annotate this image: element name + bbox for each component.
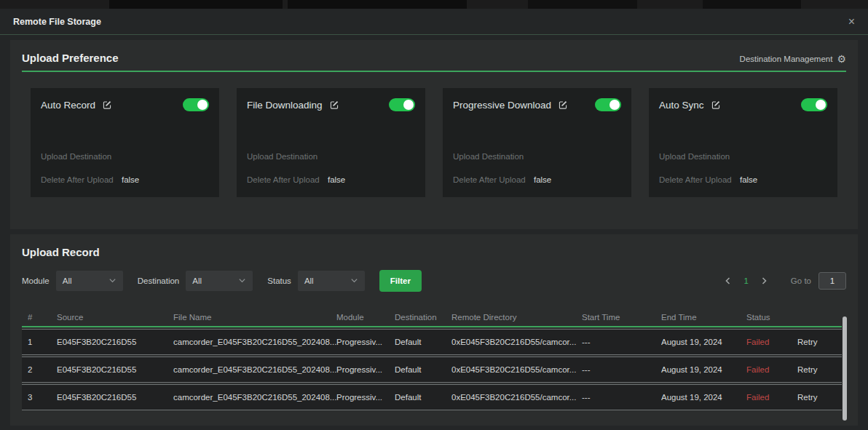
- col-start-time: Start Time: [582, 313, 661, 322]
- cell-file-name: camcorder_E045F3B20C216D55_202408...: [173, 393, 336, 402]
- card-progressive-download: Progressive Download Upload Destination: [443, 88, 631, 197]
- col-remote-directory: Remote Directory: [451, 313, 582, 322]
- preference-cards: Auto Record Upload Destination: [22, 88, 846, 197]
- toggle-on[interactable]: [183, 98, 209, 111]
- background-app-segment: [288, 0, 467, 9]
- filter-button[interactable]: Filter: [379, 270, 422, 292]
- status-badge: Failed: [746, 393, 797, 402]
- cell-start-time: ---: [582, 393, 661, 402]
- chevron-down-icon: [350, 274, 358, 287]
- table-scrollbar[interactable]: [843, 316, 847, 421]
- delete-after-upload-value: false: [328, 175, 345, 184]
- goto-label: Go to: [791, 276, 811, 285]
- cell-destination: Default: [395, 365, 451, 374]
- goto-page-input[interactable]: [818, 272, 846, 290]
- retry-button[interactable]: Retry: [797, 365, 842, 374]
- prev-page-icon[interactable]: [720, 273, 736, 289]
- destination-filter-select[interactable]: All: [186, 271, 253, 291]
- col-status: Status: [746, 313, 797, 322]
- table-row: 1 E045F3B20C216D55 camcorder_E045F3B20C2…: [22, 329, 842, 355]
- table-row: 3 E045F3B20C216D55 camcorder_E045F3B20C2…: [22, 384, 842, 410]
- cell-source: E045F3B20C216D55: [57, 338, 173, 346]
- close-icon[interactable]: ×: [848, 16, 855, 28]
- background-app-strip: [0, 0, 868, 9]
- next-page-icon[interactable]: [756, 273, 772, 289]
- cell-destination: Default: [395, 338, 451, 346]
- col-destination: Destination: [395, 313, 451, 322]
- destination-management-button[interactable]: Destination Management ⚙: [740, 54, 846, 64]
- cell-start-time: ---: [582, 365, 661, 374]
- delete-after-upload-label: Delete After Upload: [247, 175, 320, 184]
- filter-row: Module All Destination All Status All: [22, 270, 846, 292]
- card-title: File Downloading: [247, 100, 323, 111]
- cell-num: 3: [28, 393, 57, 402]
- card-auto-record: Auto Record Upload Destination: [31, 88, 219, 197]
- cell-end-time: August 19, 2024: [661, 365, 746, 374]
- table-header: # Source File Name Module Destination Re…: [22, 308, 842, 327]
- delete-after-upload-label: Delete After Upload: [659, 175, 732, 184]
- cell-remote-directory: 0xE045F3B20C216D55/camcor...: [451, 338, 582, 346]
- module-filter-select[interactable]: All: [56, 271, 123, 291]
- upload-preference-title: Upload Preference: [22, 52, 119, 64]
- cell-remote-directory: 0xE045F3B20C216D55/camcor...: [451, 393, 582, 402]
- cell-module: Progressiv...: [336, 338, 395, 346]
- cell-source: E045F3B20C216D55: [57, 393, 173, 402]
- delete-after-upload-value: false: [122, 175, 139, 184]
- edit-icon[interactable]: [329, 100, 339, 110]
- upload-destination-label: Upload Destination: [453, 152, 524, 161]
- delete-after-upload-value: false: [534, 175, 551, 184]
- upload-preference-header: Upload Preference Destination Management…: [22, 52, 846, 72]
- card-title: Progressive Download: [453, 100, 551, 111]
- delete-after-upload-value: false: [740, 175, 757, 184]
- cell-destination: Default: [395, 393, 451, 402]
- col-module: Module: [336, 313, 395, 322]
- delete-after-upload-label: Delete After Upload: [41, 175, 114, 184]
- remote-file-storage-modal: Remote File Storage × Upload Preference …: [0, 9, 868, 430]
- cell-end-time: August 19, 2024: [661, 393, 746, 402]
- destination-filter-value: All: [192, 276, 202, 285]
- table-row: 2 E045F3B20C216D55 camcorder_E045F3B20C2…: [22, 357, 842, 383]
- gear-icon: ⚙: [837, 54, 846, 64]
- modal-titlebar: Remote File Storage ×: [0, 9, 868, 35]
- toggle-knob: [197, 100, 208, 110]
- status-filter-label: Status: [267, 276, 291, 285]
- edit-icon[interactable]: [711, 100, 721, 110]
- card-title: Auto Sync: [659, 100, 704, 111]
- page: Remote File Storage × Upload Preference …: [0, 0, 868, 430]
- upload-destination-label: Upload Destination: [659, 152, 730, 161]
- status-filter-value: All: [304, 276, 314, 285]
- upload-preference-section: Upload Preference Destination Management…: [10, 40, 858, 229]
- cell-file-name: camcorder_E045F3B20C216D55_202408...: [173, 338, 336, 346]
- upload-record-section: Upload Record Module All Destination All: [10, 234, 858, 426]
- chevron-down-icon: [108, 274, 117, 287]
- card-file-downloading: File Downloading Upload Destination: [237, 88, 425, 197]
- cell-num: 1: [28, 338, 57, 346]
- edit-icon[interactable]: [558, 100, 568, 110]
- delete-after-upload-label: Delete After Upload: [453, 175, 526, 184]
- cell-module: Progressiv...: [336, 365, 395, 374]
- module-filter-value: All: [63, 276, 72, 285]
- edit-icon[interactable]: [102, 100, 112, 110]
- cell-end-time: August 19, 2024: [661, 338, 746, 346]
- modal-title: Remote File Storage: [13, 17, 101, 27]
- retry-button[interactable]: Retry: [797, 338, 842, 346]
- background-app-segment: [528, 0, 637, 9]
- col-num: #: [28, 313, 57, 322]
- toggle-on[interactable]: [801, 98, 827, 111]
- cell-remote-directory: 0xE045F3B20C216D55/camcor...: [451, 365, 582, 374]
- pagination: 1 Go to: [720, 272, 846, 290]
- card-title: Auto Record: [41, 100, 95, 111]
- cell-module: Progressiv...: [336, 393, 395, 402]
- status-filter-select[interactable]: All: [298, 271, 365, 291]
- status-badge: Failed: [746, 365, 797, 374]
- chevron-down-icon: [238, 274, 246, 287]
- cell-source: E045F3B20C216D55: [57, 365, 173, 374]
- toggle-knob: [609, 100, 620, 110]
- retry-button[interactable]: Retry: [797, 393, 842, 402]
- toggle-knob: [403, 100, 414, 110]
- toggle-on[interactable]: [389, 98, 415, 111]
- current-page[interactable]: 1: [743, 276, 748, 285]
- toggle-on[interactable]: [595, 98, 621, 111]
- toggle-knob: [816, 100, 826, 110]
- upload-destination-label: Upload Destination: [247, 152, 317, 161]
